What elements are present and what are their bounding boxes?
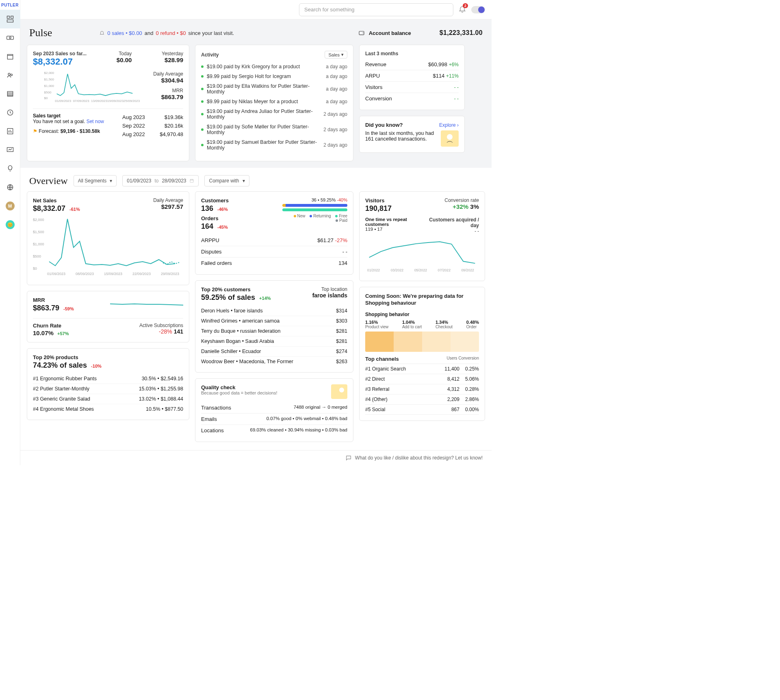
svg-rect-37	[331, 384, 347, 399]
channel-row[interactable]: #4 (Other)2,2092.86%	[365, 394, 479, 405]
customer-row[interactable]: Terry du Buque • russian federation$281	[201, 326, 347, 336]
svg-text:09/2022: 09/2022	[462, 268, 474, 272]
customer-row[interactable]: Winifred Grimes • american samoa$303	[201, 316, 347, 326]
nav-refresh[interactable]	[0, 103, 20, 122]
channel-row[interactable]: #3 Referral4,3120.28%	[365, 384, 479, 394]
nav-users[interactable]	[0, 66, 20, 85]
top-products-card: Top 20% products 74.23% of sales -10% #1…	[27, 348, 189, 420]
svg-text:$500: $500	[44, 91, 52, 94]
visitors-chart: 01/202203/202205/202207/202209/2022	[365, 233, 479, 274]
netsales-card: Net Sales$8,332.07 -61% Daily Average$29…	[27, 191, 189, 285]
activity-card: Activity Sales ▾ $19.00 paid by Kirk Gre…	[195, 45, 353, 161]
svg-rect-0	[7, 16, 9, 19]
nav-presentation[interactable]	[0, 141, 20, 159]
theme-toggle[interactable]	[471, 6, 485, 13]
compare-select[interactable]: Compare with▾	[204, 175, 249, 186]
sidebar: PUTLER M 😊	[0, 0, 20, 465]
pulse-header: Pulse 0 sales • $0.00 and 0 refund • $0 …	[20, 20, 492, 45]
channel-row[interactable]: #5 Social8670.00%	[365, 405, 479, 415]
svg-text:08/09/2023: 08/09/2023	[76, 272, 94, 276]
activity-row[interactable]: $9.99 paid by Samuel Barbier for Icegram…	[201, 153, 347, 155]
nav-money[interactable]	[0, 28, 20, 47]
sales-sparkline: $2,000$1,500$1,000$500$0 01/09/202307/09…	[33, 70, 149, 103]
date-range[interactable]: 01/09/2023 to 28/09/2023	[122, 175, 199, 186]
activity-row[interactable]: $19.00 paid by Ella Watkins for Putler S…	[201, 81, 347, 97]
last3-card: Last 3 months Revenue$60,998 +6%ARPU$114…	[359, 45, 465, 110]
product-row[interactable]: #3 Generic Granite Salad13.02% • $1,088.…	[33, 394, 183, 404]
customer-row[interactable]: Danielle Schiller • Ecuador$274	[201, 347, 347, 357]
segment-select[interactable]: All Segments▾	[74, 175, 117, 186]
svg-text:01/09/2023: 01/09/2023	[47, 272, 65, 276]
svg-point-6	[8, 73, 10, 75]
activity-filter[interactable]: Sales ▾	[325, 51, 347, 59]
balance-label: Account balance	[369, 30, 411, 36]
nav-account-emoji[interactable]: 😊	[0, 215, 20, 234]
funnel-chart	[365, 332, 479, 352]
sales-card: Sep 2023 Sales so far... $8,332.07 Today…	[27, 45, 189, 161]
svg-rect-5	[7, 54, 13, 59]
calendar-icon	[189, 178, 194, 183]
explore-link[interactable]: Explore ›	[439, 122, 459, 128]
svg-text:29/09/2023: 29/09/2023	[161, 272, 179, 276]
feedback-bar[interactable]: What do you like / dislike about this re…	[20, 450, 492, 465]
svg-text:$500: $500	[33, 254, 41, 258]
nav-dashboard[interactable]	[0, 10, 20, 28]
search-input[interactable]	[299, 3, 453, 16]
chevron-down-icon: ▾	[243, 178, 245, 184]
customer-row[interactable]: Woodrow Beer • Macedonia, The Former$263	[201, 357, 347, 366]
svg-text:$1,000: $1,000	[44, 84, 54, 88]
svg-text:$2,000: $2,000	[44, 71, 54, 75]
mrr-sparkline	[110, 301, 183, 309]
balance-value: $1,223,331.00	[440, 29, 483, 37]
channel-row[interactable]: #1 Organic Search11,4000.25%	[365, 364, 479, 374]
svg-rect-1	[11, 16, 13, 19]
nav-account-m[interactable]: M	[0, 197, 20, 215]
svg-text:13/09/2023: 13/09/2023	[91, 99, 108, 103]
netsales-chart: $2,000$1,500$1,000$500$0 01/09/202308/09…	[33, 213, 183, 278]
channel-row[interactable]: #2 Direct8,4125.06%	[365, 374, 479, 384]
customer-row[interactable]: Keyshawn Bogan • Saudi Arabia$281	[201, 336, 347, 347]
topbar: 2	[20, 0, 492, 20]
svg-point-38	[339, 388, 344, 392]
overview-title: Overview	[29, 176, 68, 186]
nav-globe[interactable]	[0, 178, 20, 197]
dyk-illustration	[441, 130, 459, 147]
dyk-card: Did you know? Explore › In the last six …	[359, 116, 465, 153]
activity-row[interactable]: $9.99 paid by Sergio Holt for Icegrama d…	[201, 72, 347, 81]
activity-row[interactable]: $9.99 paid by Niklas Meyer for a product…	[201, 97, 347, 106]
set-goal-link[interactable]: Set now	[87, 119, 104, 124]
product-row[interactable]: #4 Ergonomic Metal Shoes10.5% • $877.50	[33, 404, 183, 414]
nav-list[interactable]	[0, 85, 20, 103]
activity-row[interactable]: $19.00 paid by Kirk Gregory for a produc…	[201, 62, 347, 72]
svg-point-7	[11, 74, 12, 76]
nav-chart[interactable]	[0, 122, 20, 141]
svg-text:07/09/2023: 07/09/2023	[73, 99, 90, 103]
pulse-message: 0 sales • $0.00 and 0 refund • $0 since …	[99, 30, 234, 36]
activity-row[interactable]: $19.00 paid by Sofie Møller for Putler S…	[201, 122, 347, 137]
svg-rect-26	[190, 180, 193, 183]
quality-card: Quality checkBecause good data = better …	[195, 378, 353, 442]
wallet-icon	[358, 30, 365, 36]
svg-text:$2,000: $2,000	[33, 218, 44, 222]
customers-card: Customers 136 -46% Orders 164 -45% 36 • …	[195, 191, 353, 275]
svg-text:$1,000: $1,000	[33, 242, 44, 246]
bell-icon	[99, 30, 105, 36]
quality-illustration	[331, 384, 347, 399]
product-row[interactable]: #2 Putler Starter-Monthly15.03% • $1,255…	[33, 384, 183, 394]
visitors-card: Visitors190,817 Conversion rate+32% 3% O…	[359, 191, 485, 281]
nav-box[interactable]	[0, 47, 20, 66]
activity-row[interactable]: $19.00 paid by Andrea Juliao for Putler …	[201, 106, 347, 122]
activity-row[interactable]: $19.00 paid by Samuel Barbier for Putler…	[201, 137, 347, 153]
chevron-down-icon: ▾	[110, 178, 112, 184]
overview-header: Overview All Segments▾ 01/09/2023 to 28/…	[20, 168, 492, 191]
top-customers-card: Top 20% customers59.25% of sales +14% To…	[195, 280, 353, 373]
customer-row[interactable]: Deron Huels • faroe islands$314	[201, 306, 347, 316]
chevron-down-icon: ▾	[341, 52, 344, 57]
chat-icon	[345, 455, 352, 461]
svg-rect-3	[6, 36, 13, 39]
product-row[interactable]: #1 Ergonomic Rubber Pants30.5% • $2,549.…	[33, 374, 183, 384]
nav-idea[interactable]	[0, 159, 20, 178]
notification-count: 2	[463, 3, 468, 8]
svg-text:15/09/2023: 15/09/2023	[104, 272, 122, 276]
notifications-button[interactable]: 2	[458, 5, 466, 14]
